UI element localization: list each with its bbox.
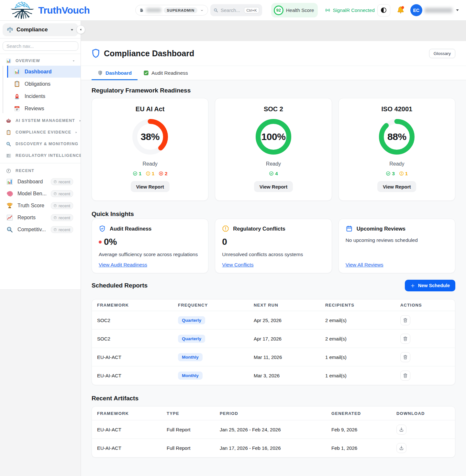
recipients-cell: 1 email(s) bbox=[320, 373, 395, 378]
avatar[interactable]: EC bbox=[410, 4, 422, 16]
sidebar-rail: Compliance OVERVIEW Dashboard Obligation… bbox=[0, 21, 81, 476]
circle-check-icon bbox=[386, 171, 391, 176]
framework-badges: 1 1 2 bbox=[133, 171, 168, 176]
recent-item-dashboard[interactable]: Dashboard recent bbox=[0, 176, 81, 188]
page-title: Compliance Dashboard bbox=[104, 49, 429, 58]
sidebar-item-label: Dashboard bbox=[25, 69, 52, 75]
delete-schedule-button[interactable] bbox=[400, 334, 410, 344]
shield-icon bbox=[92, 49, 100, 58]
insight-value-row: 0% bbox=[99, 236, 201, 247]
download-artifact-button[interactable] bbox=[396, 425, 406, 435]
recent-item-reports[interactable]: Reports recent bbox=[0, 211, 81, 223]
sidebar-divider bbox=[0, 163, 81, 163]
notifications-button[interactable] bbox=[396, 6, 405, 15]
download-artifact-button[interactable] bbox=[396, 443, 406, 453]
calendar-blue-icon bbox=[346, 225, 353, 232]
insight-value: 0% bbox=[104, 237, 117, 247]
column-header-generated: GENERATED bbox=[326, 406, 391, 420]
recent-badge-label: recent bbox=[59, 179, 70, 184]
sidebar-subtree: Dashboard Obligations Incidents July 17R… bbox=[0, 66, 81, 114]
sidebar-item-reviews[interactable]: July 17Reviews bbox=[7, 103, 81, 114]
user-name-redacted bbox=[425, 8, 452, 13]
page-content: Regulatory Framework Readiness EU AI Act… bbox=[81, 80, 466, 476]
module-selector[interactable]: Compliance bbox=[3, 23, 78, 36]
insight-title: Regulatory Conflicts bbox=[233, 226, 285, 232]
framework-cell: EU-AI-ACT bbox=[92, 354, 173, 360]
actions-cell bbox=[391, 425, 455, 435]
new-schedule-button[interactable]: New Schedule bbox=[405, 280, 455, 291]
tab-dashboard[interactable]: Dashboard bbox=[92, 66, 138, 80]
recent-item-competitiv-[interactable]: Competitiv... recent bbox=[0, 223, 81, 235]
actions-cell bbox=[395, 334, 455, 344]
download-icon bbox=[399, 445, 404, 451]
insight-value: 0 bbox=[222, 237, 227, 247]
framework-badges: 3 1 bbox=[386, 171, 408, 176]
table-row: EU-AI-ACTFull ReportJan 25, 2026 - Feb 2… bbox=[92, 420, 455, 439]
module-label: Compliance bbox=[17, 27, 70, 33]
sidebar-section-regulatory-intelligence[interactable]: REGULATORY INTELLIGENCE bbox=[0, 150, 81, 161]
sidebar-section-label: REGULATORY INTELLIGENCE bbox=[16, 153, 82, 158]
sidebar-section-label: AI SYSTEM MANAGEMENT bbox=[16, 118, 75, 123]
bell-icon bbox=[396, 6, 405, 15]
sidebar-section-label: COMPLIANCE EVIDENCE bbox=[16, 130, 71, 135]
recent-item-model-ben-[interactable]: Model Ben... recent bbox=[0, 188, 81, 200]
insight-link[interactable]: View Audit Readiness bbox=[99, 262, 147, 268]
frequency-pill: Monthly bbox=[178, 372, 203, 380]
delete-schedule-button[interactable] bbox=[400, 352, 410, 362]
sidebar-section-ai-system-management[interactable]: AI SYSTEM MANAGEMENT bbox=[0, 115, 81, 126]
theme-toggle-button[interactable] bbox=[377, 4, 390, 16]
readiness-percent: 88% bbox=[379, 119, 415, 155]
sidebar-section-label: RECENT bbox=[16, 168, 34, 173]
recent-item-label: Reports bbox=[17, 215, 36, 221]
insight-description: Unresolved conflicts across systems bbox=[222, 252, 325, 257]
insight-cards-row: Audit Readiness0%Average sufficiency sco… bbox=[92, 219, 455, 273]
insight-card-upcoming-reviews: Upcoming ReviewsNo upcoming reviews sche… bbox=[338, 219, 455, 273]
framework-name: ISO 42001 bbox=[382, 105, 413, 113]
contrast-icon bbox=[380, 7, 387, 14]
global-search-input[interactable]: Search... Ctrl+K bbox=[210, 4, 262, 16]
sidebar-section-discovery-monitoring[interactable]: DISCOVERY & MONITORING bbox=[0, 138, 81, 149]
sidebar-search-input[interactable] bbox=[3, 41, 78, 51]
type-cell: Full Report bbox=[161, 427, 215, 432]
sidebar-item-dashboard[interactable]: Dashboard bbox=[7, 66, 81, 78]
insight-link[interactable]: View All Reviews bbox=[346, 262, 383, 268]
view-report-button[interactable]: View Report bbox=[377, 181, 416, 192]
circle-check-icon bbox=[269, 171, 274, 176]
main-area: Compliance Dashboard Glossary Dashboard … bbox=[81, 21, 466, 476]
sidebar-section-recent[interactable]: RECENT bbox=[0, 165, 81, 176]
plus-icon bbox=[410, 283, 415, 288]
sidebar-item-incidents[interactable]: Incidents bbox=[7, 90, 81, 102]
badge-warn: 1 bbox=[399, 171, 408, 176]
sidebar-item-obligations[interactable]: Obligations bbox=[7, 78, 81, 90]
user-menu-caret-icon[interactable] bbox=[455, 8, 460, 13]
badge-fail: 2 bbox=[159, 171, 167, 176]
glossary-button[interactable]: Glossary bbox=[429, 49, 455, 58]
recent-badge-label: recent bbox=[59, 191, 70, 196]
recipients-cell: 2 email(s) bbox=[320, 318, 395, 323]
view-report-button[interactable]: View Report bbox=[254, 181, 293, 192]
framework-cell: SOC2 bbox=[92, 318, 173, 323]
caret-right-gray-icon bbox=[74, 131, 78, 134]
check-square-icon bbox=[143, 70, 149, 76]
tab-audit-readiness[interactable]: Audit Readiness bbox=[138, 66, 194, 80]
top-header: TruthVouch SUPERADMIN Search... Ctrl+K 9… bbox=[0, 0, 466, 21]
circle-warn-icon bbox=[146, 171, 150, 176]
recent-item-truth-score[interactable]: Truth Score recent bbox=[0, 200, 81, 211]
recent-item-label: Model Ben... bbox=[17, 191, 47, 197]
sidebar-collapse-button[interactable] bbox=[76, 25, 85, 34]
delete-schedule-button[interactable] bbox=[400, 371, 410, 381]
sidebar-item-label: Incidents bbox=[25, 93, 45, 99]
brand[interactable]: TruthVouch bbox=[10, 1, 90, 20]
health-score-pill[interactable]: 92 Health Score bbox=[271, 3, 318, 17]
page-header: Compliance Dashboard Glossary bbox=[81, 41, 466, 66]
view-report-button[interactable]: View Report bbox=[131, 181, 170, 192]
sidebar-section-overview[interactable]: OVERVIEW bbox=[0, 56, 81, 66]
type-cell: Full Report bbox=[161, 445, 215, 451]
delete-schedule-button[interactable] bbox=[400, 315, 410, 325]
framework-status: Ready bbox=[266, 161, 281, 167]
insight-link[interactable]: View Conflicts bbox=[222, 262, 253, 268]
framework-name: EU AI Act bbox=[136, 105, 165, 113]
org-selector[interactable]: SUPERADMIN bbox=[135, 5, 208, 16]
column-header-period: PERIOD bbox=[215, 406, 326, 420]
sidebar-section-compliance-evidence[interactable]: COMPLIANCE EVIDENCE bbox=[0, 127, 81, 138]
